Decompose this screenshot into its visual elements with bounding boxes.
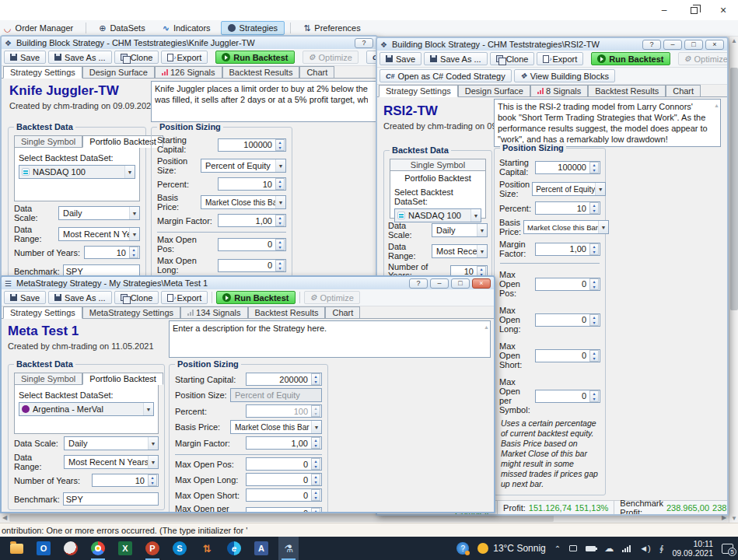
taskbar-sync-app[interactable]: ⇅ xyxy=(197,537,217,560)
taskbar-file-explorer[interactable] xyxy=(6,537,26,560)
tab-single-symbol[interactable]: Single Symbol xyxy=(390,159,486,171)
taskbar-wealth-lab[interactable]: ⚗ xyxy=(278,537,299,560)
restore-button[interactable]: □ xyxy=(684,40,703,50)
scroll-up-icon[interactable]: ▲ xyxy=(714,100,719,111)
save-as-button[interactable]: Save As ... xyxy=(48,291,112,304)
spinner[interactable]: ▴▾ xyxy=(311,405,320,417)
strategy-description[interactable]: This is the RSI-2 trading model from Lar… xyxy=(494,99,721,147)
tab-signals[interactable]: 8 Signals xyxy=(530,85,588,96)
help-notification-icon[interactable]: ? xyxy=(456,542,469,555)
optimize-button[interactable]: ⚙Optimize xyxy=(304,291,360,304)
margin-factor-input[interactable]: 1,00▴▾ xyxy=(218,214,286,227)
spinner[interactable]: ▴▾ xyxy=(148,474,157,486)
data-range-dropdown[interactable]: Most Recent N Years▼ xyxy=(58,227,140,241)
open-csharp-button[interactable]: C#Open as C# Coded Strategy xyxy=(379,69,512,82)
spinner[interactable]: ▴▾ xyxy=(275,139,285,151)
help-button[interactable]: ? xyxy=(409,278,428,289)
wifi-icon[interactable] xyxy=(622,545,631,552)
clone-button[interactable]: Clone xyxy=(114,51,159,64)
spinner[interactable]: ▴▾ xyxy=(129,247,138,258)
spinner[interactable]: ▴▾ xyxy=(311,489,320,501)
tab-strategy-settings[interactable]: Strategy Settings xyxy=(379,85,458,97)
max-open-pos-input[interactable]: 0▴▾ xyxy=(535,278,600,291)
help-button[interactable]: ? xyxy=(355,38,373,48)
max-open-per-symbol-input[interactable]: 0▴▾ xyxy=(246,507,322,514)
max-open-pos-input[interactable]: 0▴▾ xyxy=(246,457,322,471)
spinner[interactable]: ▴▾ xyxy=(589,314,599,326)
minimize-button[interactable]: – xyxy=(430,278,449,289)
spinner[interactable]: ▴▾ xyxy=(589,390,599,402)
spinner[interactable]: ▴▾ xyxy=(589,350,599,362)
basis-price-dropdown[interactable]: Market Close this Bar▼ xyxy=(201,195,286,209)
tab-signals[interactable]: 134 Signals xyxy=(180,306,248,318)
weather-widget[interactable]: 13°C Sonnig xyxy=(477,543,546,554)
save-button[interactable]: Save xyxy=(379,52,421,65)
spinner[interactable]: ▴▾ xyxy=(311,373,320,385)
spinner[interactable]: ▴▾ xyxy=(311,508,320,514)
tab-chart[interactable]: Chart xyxy=(299,66,334,78)
clone-button[interactable]: Clone xyxy=(114,291,159,304)
run-backtest-button[interactable]: Run Backtest xyxy=(215,51,294,64)
export-button[interactable]: Export xyxy=(161,51,208,64)
tab-strategy-settings[interactable]: Strategy Settings xyxy=(3,306,82,319)
menu-datasets[interactable]: ⊕ DataSets xyxy=(92,21,152,35)
tab-backtest-results[interactable]: Backtest Results xyxy=(222,66,300,78)
data-range-dropdown[interactable]: Most Recent N Years▼ xyxy=(432,244,488,258)
number-of-years-input[interactable]: 10▴▾ xyxy=(92,474,159,487)
window-titlebar[interactable]: ❖ Building Block Strategy - CHM Teststra… xyxy=(377,38,727,51)
menu-indicators[interactable]: ∿ Indicators xyxy=(156,21,218,35)
close-button[interactable]: × xyxy=(705,40,724,50)
spinner[interactable]: ▴▾ xyxy=(311,437,320,449)
taskbar-edge[interactable]: e xyxy=(224,537,244,560)
save-as-button[interactable]: Save As ... xyxy=(48,51,112,64)
taskbar-chrome[interactable] xyxy=(88,537,108,560)
percent-input[interactable]: 100▴▾ xyxy=(246,404,322,418)
app-minimize-button[interactable]: – xyxy=(649,0,679,20)
tab-single-symbol[interactable]: Single Symbol xyxy=(14,135,82,148)
data-range-dropdown[interactable]: Most Recent N Years▼ xyxy=(64,455,159,469)
benchmark-input[interactable]: SPY xyxy=(63,492,159,506)
optimize-button[interactable]: ⚙Optimize xyxy=(303,51,359,64)
tab-strategy-settings[interactable]: Strategy Settings xyxy=(3,66,82,79)
tab-backtest-results[interactable]: Backtest Results xyxy=(588,85,666,96)
spinner[interactable]: ▴▾ xyxy=(589,243,599,255)
margin-factor-input[interactable]: 1,00▴▾ xyxy=(246,436,322,450)
taskbar-powerpoint[interactable]: P xyxy=(142,537,163,560)
scroll-left-icon[interactable]: ◀ xyxy=(0,514,9,521)
optimize-button[interactable]: ⚙Optimize xyxy=(678,52,729,65)
max-open-short-input[interactable]: 0▴▾ xyxy=(246,488,322,502)
window-titlebar[interactable]: ❖ Building Block Strategy - CHM Teststra… xyxy=(2,37,376,49)
dataset-dropdown[interactable]: Argentina - MerVal ▼ xyxy=(19,402,154,416)
spinner[interactable]: ▴▾ xyxy=(311,458,320,470)
taskbar-clock[interactable]: 10:11 09.09.2021 xyxy=(672,539,713,558)
run-backtest-button[interactable]: Run Backtest xyxy=(216,291,295,304)
taskbar-snipping-tool[interactable] xyxy=(61,537,81,560)
save-button[interactable]: Save xyxy=(4,291,46,304)
data-scale-dropdown[interactable]: Daily▼ xyxy=(432,223,488,237)
tab-portfolio-backtest[interactable]: Portfolio Backtest xyxy=(82,373,163,385)
restore-button[interactable]: □ xyxy=(451,278,470,289)
spinner[interactable]: ▴▾ xyxy=(275,239,285,250)
app-close-button[interactable]: × xyxy=(708,0,738,20)
battery-icon[interactable] xyxy=(586,546,596,551)
spinner[interactable]: ▴▾ xyxy=(311,474,320,485)
tab-metastrategy-settings[interactable]: MetaStrategy Settings xyxy=(82,306,180,318)
dataset-dropdown[interactable]: NASDAQ 100 ▼ xyxy=(19,165,135,179)
tablet-mode-icon[interactable] xyxy=(569,545,577,551)
menu-preferences[interactable]: ⇅ Preferences xyxy=(296,21,368,35)
starting-capital-input[interactable]: 100000▴▾ xyxy=(535,161,600,174)
taskbar-access[interactable]: A xyxy=(251,537,271,560)
export-button[interactable]: Export xyxy=(161,291,208,304)
volume-icon[interactable]: ◄) xyxy=(639,544,651,553)
percent-input[interactable]: 10▴▾ xyxy=(535,201,600,215)
position-size-dropdown[interactable]: Percent of Equity▼ xyxy=(532,182,606,196)
save-button[interactable]: Save xyxy=(4,51,46,64)
strategy-description[interactable]: Knife Juggler places a limit order to bu… xyxy=(151,81,378,122)
tab-chart[interactable]: Chart xyxy=(666,85,701,96)
spinner[interactable]: ▴▾ xyxy=(589,202,599,214)
starting-capital-input[interactable]: 200000▴▾ xyxy=(246,373,322,386)
max-open-short-input[interactable]: 0▴▾ xyxy=(535,349,600,362)
onedrive-cloud-icon[interactable]: ☁ xyxy=(604,543,614,554)
tab-signals[interactable]: 126 Signals xyxy=(155,66,222,78)
basis-price-dropdown[interactable]: Market Close this Bar▼ xyxy=(523,220,609,234)
